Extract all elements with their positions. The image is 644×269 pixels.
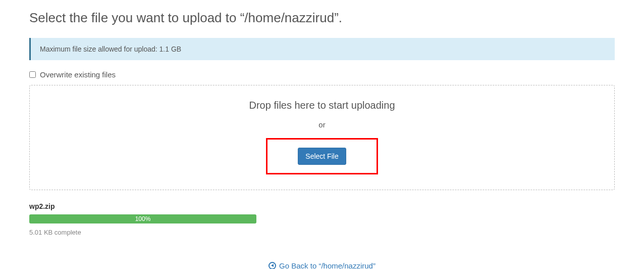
info-message: Maximum file size allowed for upload: 1.… (40, 45, 181, 53)
progress-container: 100% (29, 214, 256, 223)
dropzone[interactable]: Drop files here to start uploading or Se… (29, 85, 615, 190)
select-file-button[interactable]: Select File (298, 148, 346, 165)
go-back-label: Go Back to “/home/nazzirud” (279, 261, 375, 269)
dropzone-headline: Drop files here to start uploading (40, 100, 604, 111)
go-back-link[interactable]: Go Back to “/home/nazzirud” (269, 261, 375, 269)
upload-item: wp2.zip 100% 5.01 KB complete (29, 202, 615, 236)
progress-bar: 100% (29, 214, 256, 223)
overwrite-option[interactable]: Overwrite existing files (29, 70, 615, 79)
upload-filename: wp2.zip (29, 202, 615, 210)
page-title: Select the file you want to upload to “/… (29, 10, 615, 26)
overwrite-checkbox[interactable] (29, 71, 36, 78)
overwrite-label: Overwrite existing files (40, 70, 116, 79)
info-alert: Maximum file size allowed for upload: 1.… (29, 38, 615, 60)
upload-status: 5.01 KB complete (29, 229, 615, 236)
footer: Go Back to “/home/nazzirud” (29, 261, 615, 269)
dropzone-or-text: or (40, 120, 604, 129)
highlight-annotation: Select File (266, 138, 378, 174)
arrow-left-circle-icon (269, 262, 276, 269)
